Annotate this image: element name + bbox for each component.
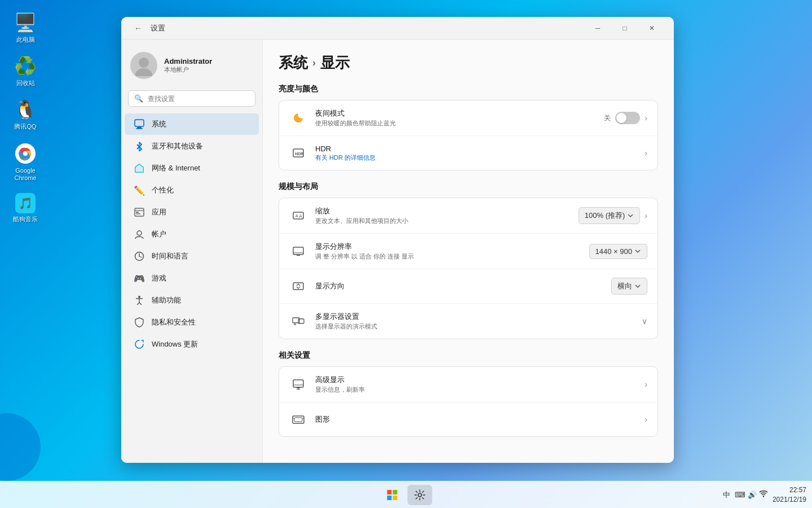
resolution-dropdown[interactable]: 812 × 508 <box>589 244 647 259</box>
night-mode-title: 夜间模式 <box>315 108 604 119</box>
sidebar-item-label-windows-update: Windows 更新 <box>152 339 198 349</box>
desktop-icon-qqmusic[interactable]: 🎵 酷狗音乐 <box>6 193 45 223</box>
sidebar-item-bluetooth[interactable]: 蓝牙和其他设备 <box>125 135 259 157</box>
search-input[interactable] <box>148 95 249 103</box>
accounts-icon <box>134 229 145 240</box>
svg-rect-43 <box>294 418 302 422</box>
taskbar-settings-button[interactable] <box>408 485 433 505</box>
orientation-icon <box>289 277 307 295</box>
sidebar-item-label-system: 系统 <box>152 119 166 129</box>
sidebar-item-network[interactable]: 网络 & Internet <box>125 157 259 179</box>
sidebar-item-windows-update[interactable]: Windows 更新 <box>125 334 259 355</box>
resolution-text: 显示分辨率 调 整 分辨率 以 适合 你的 连接 显示 <box>315 242 589 261</box>
section-title-brightness: 亮度与颜色 <box>279 84 658 94</box>
night-mode-toggle[interactable] <box>615 112 640 124</box>
input-method-icon[interactable]: 中 <box>721 489 732 501</box>
hdr-chevron-icon: › <box>645 148 647 157</box>
sidebar-item-label-apps: 应用 <box>152 207 166 217</box>
sidebar-item-system[interactable]: 系统 <box>125 113 259 135</box>
resolution-row[interactable]: 显示分辨率 调 整 分辨率 以 适合 你的 连接 显示 812 × 508 <box>279 234 657 269</box>
breadcrumb: 系统 › 显示 <box>279 53 658 73</box>
graphics-row[interactable]: 图形 › <box>279 402 657 436</box>
orientation-dropdown[interactable]: 横向 <box>611 278 647 295</box>
multi-monitor-row[interactable]: 多显示器设置 选择显示器的演示模式 ∨ <box>279 304 657 339</box>
sidebar-item-time[interactable]: 时间和语言 <box>125 246 259 267</box>
sidebar-item-label-accessibility: 辅助功能 <box>152 295 181 305</box>
hdr-desc-link[interactable]: 有关 HDR 的详细信息 <box>315 154 645 162</box>
multi-monitor-icon <box>289 312 307 330</box>
minimize-button[interactable]: ─ <box>585 19 611 37</box>
taskbar-sys-icons: 中 ⌨ 🔊 <box>721 489 768 501</box>
svg-rect-14 <box>136 213 140 214</box>
svg-point-50 <box>418 493 422 497</box>
breadcrumb-system[interactable]: 系统 <box>279 53 308 73</box>
advanced-display-row[interactable]: 高级显示 显示信息，刷新率 › <box>279 367 657 402</box>
hdr-icon: HDR <box>289 144 307 162</box>
sidebar-item-personalization[interactable]: ✏️ 个性化 <box>125 179 259 201</box>
taskbar-time[interactable]: 22:57 2021/12/19 <box>773 485 806 505</box>
time-display: 22:57 <box>773 485 806 495</box>
orientation-row[interactable]: 显示方向 横向 <box>279 269 657 304</box>
orientation-value: 横向 <box>617 281 632 291</box>
close-button[interactable]: ✕ <box>639 19 665 37</box>
svg-text:A: A <box>295 214 298 218</box>
sidebar-item-gaming[interactable]: 🎮 游戏 <box>125 268 259 289</box>
svg-point-3 <box>23 151 28 156</box>
start-button[interactable] <box>380 485 405 505</box>
user-section[interactable]: Administrator 本地帐户 <box>121 45 262 88</box>
zoom-dropdown[interactable]: 100% (推荐) <box>579 207 641 224</box>
network-status-icon[interactable] <box>759 489 768 500</box>
night-mode-chevron-icon: › <box>645 113 647 122</box>
svg-point-19 <box>138 296 140 298</box>
desktop-icon-qq[interactable]: 🐧 腾讯QQ <box>6 98 45 130</box>
advanced-display-control: › <box>645 380 647 389</box>
toggle-label: 关 <box>604 113 611 123</box>
bluetooth-icon <box>134 141 145 152</box>
svg-line-22 <box>137 303 139 305</box>
graphics-title: 图形 <box>315 414 645 424</box>
desktop-icon-chrome[interactable]: Google Chrome <box>6 142 45 182</box>
svg-rect-8 <box>136 128 143 129</box>
desktop-icon-computer[interactable]: 🖥️ 此电脑 <box>6 11 45 43</box>
title-bar: ← 设置 ─ □ ✕ <box>121 17 674 40</box>
sidebar-item-accessibility[interactable]: 辅助功能 <box>125 290 259 311</box>
svg-line-18 <box>139 256 142 257</box>
sidebar-item-label-gaming: 游戏 <box>152 273 166 283</box>
search-box[interactable]: 🔍 <box>128 90 255 107</box>
sidebar-item-privacy[interactable]: 隐私和安全性 <box>125 312 259 333</box>
back-button[interactable]: ← <box>130 20 146 36</box>
sidebar-item-accounts[interactable]: 帐户 <box>125 224 259 245</box>
night-mode-text: 夜间模式 使用较暖的颜色帮助阻止蓝光 <box>315 108 604 128</box>
sidebar: Administrator 本地帐户 🔍 <box>121 40 262 463</box>
keyboard-icon[interactable]: ⌨ <box>735 491 745 499</box>
night-mode-row[interactable]: 夜间模式 使用较暖的颜色帮助阻止蓝光 关 › <box>279 100 657 136</box>
maximize-button[interactable]: □ <box>612 19 638 37</box>
hdr-row[interactable]: HDR HDR 有关 HDR 的详细信息 › <box>279 136 657 170</box>
svg-text:A: A <box>299 213 302 219</box>
advanced-display-icon <box>289 375 307 393</box>
svg-rect-6 <box>135 120 144 126</box>
breadcrumb-separator: › <box>312 57 316 69</box>
svg-rect-13 <box>136 212 139 213</box>
related-settings-group: 高级显示 显示信息，刷新率 › <box>279 366 658 437</box>
brightness-color-group: 夜间模式 使用较暖的颜色帮助阻止蓝光 关 › <box>279 100 658 170</box>
volume-icon[interactable]: 🔊 <box>748 491 757 499</box>
resolution-value: 812 × 508 <box>595 247 632 256</box>
advanced-display-chevron-icon: › <box>645 380 647 389</box>
sidebar-item-label-bluetooth: 蓝牙和其他设备 <box>152 141 203 151</box>
hdr-control: › <box>645 148 647 157</box>
user-info: Administrator 本地帐户 <box>164 57 212 74</box>
scale-layout-group: A A 缩放 更改文本、应用和其他项目的大小 100% (推荐) <box>279 198 658 339</box>
graphics-chevron-icon: › <box>645 415 647 424</box>
sidebar-item-apps[interactable]: 应用 <box>125 202 259 223</box>
orientation-title: 显示方向 <box>315 281 611 291</box>
hdr-title: HDR <box>315 144 645 153</box>
gaming-icon: 🎮 <box>134 273 145 284</box>
svg-point-15 <box>137 231 142 235</box>
breadcrumb-current: 显示 <box>320 53 350 73</box>
night-mode-control: 关 › <box>604 112 647 124</box>
sidebar-item-label-time: 时间和语言 <box>152 251 188 261</box>
zoom-row[interactable]: A A 缩放 更改文本、应用和其他项目的大小 100% (推荐) <box>279 198 657 234</box>
orientation-control: 横向 <box>611 278 647 295</box>
desktop-icon-recycle[interactable]: ♻️ 回收站 <box>6 55 45 87</box>
